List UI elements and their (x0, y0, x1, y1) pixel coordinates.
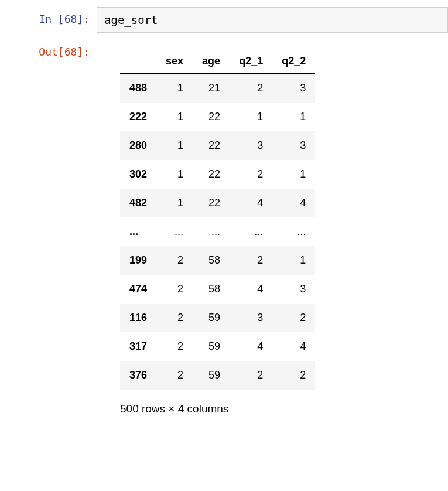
cell-value: 2 (230, 246, 272, 275)
cell-value: 2 (156, 304, 193, 332)
row-index: 199 (120, 246, 156, 275)
table-row-ellipsis: ... ... ... ... ... (120, 217, 315, 246)
cell-value: 2 (230, 361, 272, 390)
row-index: 482 (120, 189, 156, 217)
row-index: 488 (120, 74, 156, 103)
row-index: 222 (120, 103, 156, 131)
index-header (120, 49, 156, 74)
cell-value: 2 (272, 304, 315, 332)
table-row: 199 2 58 2 1 (120, 246, 315, 275)
cell-value: 22 (193, 160, 230, 189)
cell-value: 22 (193, 103, 230, 131)
output-row: Out[68]: sex age q2_1 q2_2 488 1 (0, 33, 448, 415)
row-index: 302 (120, 160, 156, 189)
table-row: 482 1 22 4 4 (120, 189, 315, 217)
cell-value: 2 (272, 361, 315, 390)
table-row: 302 1 22 2 1 (120, 160, 315, 189)
table-row: 116 2 59 3 2 (120, 304, 315, 332)
cell-value: 1 (230, 103, 272, 131)
cell-value: 59 (193, 332, 230, 361)
column-header: age (193, 49, 230, 74)
cell-value: 3 (272, 131, 315, 160)
table-row: 222 1 22 1 1 (120, 103, 315, 131)
column-header: sex (156, 49, 193, 74)
dataframe-table: sex age q2_1 q2_2 488 1 21 2 3 (120, 49, 315, 390)
cell-value: ... (272, 217, 315, 246)
cell-value: 2 (156, 275, 193, 304)
cell-value: 59 (193, 361, 230, 390)
input-prompt: In [68]: (0, 7, 97, 33)
cell-value: ... (230, 217, 272, 246)
cell-value: 3 (272, 74, 315, 103)
cell-value: 1 (156, 103, 193, 131)
cell-value: 22 (193, 189, 230, 217)
row-index: 116 (120, 304, 156, 332)
row-index: 474 (120, 275, 156, 304)
cell-value: 4 (230, 332, 272, 361)
cell-value: 2 (156, 332, 193, 361)
table-header-row: sex age q2_1 q2_2 (120, 49, 315, 74)
table-row: 317 2 59 4 4 (120, 332, 315, 361)
code-input[interactable]: age_sort (97, 7, 448, 33)
cell-value: 4 (230, 275, 272, 304)
cell-value: 3 (230, 131, 272, 160)
cell-value: 21 (193, 74, 230, 103)
cell-value: 1 (272, 103, 315, 131)
dataframe-shape: 500 rows × 4 columns (120, 403, 448, 415)
row-index: ... (120, 217, 156, 246)
table-row: 474 2 58 4 3 (120, 275, 315, 304)
cell-value: ... (156, 217, 193, 246)
cell-value: 1 (156, 160, 193, 189)
row-index: 317 (120, 332, 156, 361)
cell-value: ... (193, 217, 230, 246)
cell-value: 2 (156, 361, 193, 390)
cell-value: 59 (193, 304, 230, 332)
cell-value: 2 (230, 160, 272, 189)
cell-value: 3 (230, 304, 272, 332)
cell-value: 3 (272, 275, 315, 304)
cell-value: 1 (272, 246, 315, 275)
output-area: sex age q2_1 q2_2 488 1 21 2 3 (97, 40, 448, 415)
cell-value: 4 (272, 189, 315, 217)
table-row: 280 1 22 3 3 (120, 131, 315, 160)
cell-value: 58 (193, 246, 230, 275)
cell-value: 1 (156, 189, 193, 217)
cell-value: 4 (230, 189, 272, 217)
cell-value: 1 (272, 160, 315, 189)
table-row: 488 1 21 2 3 (120, 74, 315, 103)
table-row: 376 2 59 2 2 (120, 361, 315, 390)
column-header: q2_1 (230, 49, 272, 74)
row-index: 280 (120, 131, 156, 160)
cell-value: 4 (272, 332, 315, 361)
cell-value: 22 (193, 131, 230, 160)
notebook-cell: In [68]: age_sort Out[68]: sex age q2_1 … (0, 0, 448, 415)
cell-value: 2 (156, 246, 193, 275)
cell-value: 58 (193, 275, 230, 304)
cell-value: 2 (230, 74, 272, 103)
output-prompt: Out[68]: (0, 40, 97, 58)
input-row: In [68]: age_sort (0, 0, 448, 33)
row-index: 376 (120, 361, 156, 390)
column-header: q2_2 (272, 49, 315, 74)
cell-value: 1 (156, 131, 193, 160)
cell-value: 1 (156, 74, 193, 103)
